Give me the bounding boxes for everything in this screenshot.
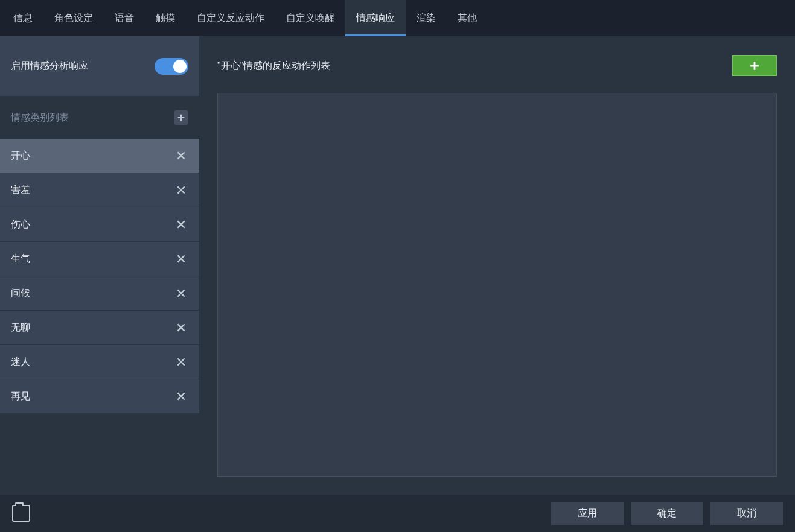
tab-label: 角色设定 bbox=[54, 12, 93, 25]
tab-label: 其他 bbox=[458, 12, 477, 25]
category-item-angry[interactable]: 生气 bbox=[0, 242, 199, 276]
delete-category-button[interactable] bbox=[174, 389, 188, 404]
reaction-list-title: "开心"情感的反应动作列表 bbox=[217, 60, 330, 72]
close-icon bbox=[176, 391, 187, 402]
close-icon bbox=[176, 322, 187, 333]
category-list-header-label: 情感类别列表 bbox=[11, 112, 69, 124]
category-item-happy[interactable]: 开心 bbox=[0, 139, 199, 173]
main-header: "开心"情感的反应动作列表 bbox=[217, 51, 777, 81]
close-icon bbox=[176, 219, 187, 230]
tab-touch[interactable]: 触摸 bbox=[145, 0, 186, 36]
category-item-label: 伤心 bbox=[11, 218, 30, 231]
tab-custom-reaction[interactable]: 自定义反应动作 bbox=[186, 0, 275, 36]
category-item-charming[interactable]: 迷人 bbox=[0, 345, 199, 379]
close-icon bbox=[176, 356, 187, 367]
close-icon bbox=[176, 185, 187, 195]
toggle-knob bbox=[173, 60, 187, 73]
category-item-greeting[interactable]: 问候 bbox=[0, 276, 199, 311]
ok-button-label: 确定 bbox=[657, 507, 677, 520]
close-icon bbox=[176, 288, 187, 299]
cancel-button-label: 取消 bbox=[737, 507, 756, 520]
category-item-shy[interactable]: 害羞 bbox=[0, 173, 199, 207]
sidebar: 启用情感分析响应 情感类别列表 开心 害羞 bbox=[0, 36, 199, 495]
tab-label: 自定义反应动作 bbox=[197, 12, 264, 25]
category-item-label: 再见 bbox=[11, 390, 30, 403]
enable-emotion-row: 启用情感分析响应 bbox=[0, 36, 199, 97]
tab-info[interactable]: 信息 bbox=[2, 0, 43, 36]
category-item-goodbye[interactable]: 再见 bbox=[0, 379, 199, 414]
category-list: 开心 害羞 伤心 生气 bbox=[0, 139, 199, 414]
tab-label: 语音 bbox=[115, 12, 134, 25]
open-folder-button[interactable] bbox=[12, 505, 30, 522]
plus-icon bbox=[749, 60, 760, 71]
tab-render[interactable]: 渲染 bbox=[406, 0, 447, 36]
category-item-bored[interactable]: 无聊 bbox=[0, 311, 199, 345]
close-icon bbox=[176, 150, 187, 161]
main-panel: "开心"情感的反应动作列表 bbox=[199, 36, 795, 495]
category-item-label: 开心 bbox=[11, 150, 30, 162]
delete-category-button[interactable] bbox=[174, 183, 188, 197]
ok-button[interactable]: 确定 bbox=[631, 502, 703, 525]
delete-category-button[interactable] bbox=[174, 217, 188, 232]
tab-label: 情感响应 bbox=[356, 12, 395, 25]
delete-category-button[interactable] bbox=[174, 355, 188, 369]
tab-label: 信息 bbox=[13, 12, 33, 25]
add-category-button[interactable] bbox=[174, 110, 188, 125]
tab-voice[interactable]: 语音 bbox=[104, 0, 145, 36]
category-item-label: 无聊 bbox=[11, 321, 30, 334]
delete-category-button[interactable] bbox=[174, 286, 188, 300]
tab-role[interactable]: 角色设定 bbox=[43, 0, 104, 36]
plus-icon bbox=[177, 113, 185, 122]
category-item-label: 生气 bbox=[11, 253, 30, 265]
category-list-header: 情感类别列表 bbox=[0, 97, 199, 139]
add-reaction-button[interactable] bbox=[732, 55, 777, 76]
apply-button-label: 应用 bbox=[578, 507, 597, 520]
tab-label: 渲染 bbox=[417, 12, 436, 25]
category-item-label: 害羞 bbox=[11, 184, 30, 197]
tab-label: 自定义唤醒 bbox=[286, 12, 334, 25]
enable-emotion-label: 启用情感分析响应 bbox=[11, 60, 88, 72]
reaction-list-box bbox=[217, 93, 777, 477]
tab-bar: 信息 角色设定 语音 触摸 自定义反应动作 自定义唤醒 情感响应 渲染 其他 bbox=[0, 0, 795, 36]
tab-emotion[interactable]: 情感响应 bbox=[345, 0, 406, 36]
close-icon bbox=[176, 253, 187, 264]
delete-category-button[interactable] bbox=[174, 320, 188, 335]
delete-category-button[interactable] bbox=[174, 148, 188, 163]
category-item-label: 迷人 bbox=[11, 356, 30, 369]
delete-category-button[interactable] bbox=[174, 252, 188, 266]
apply-button[interactable]: 应用 bbox=[551, 502, 624, 525]
footer: 应用 确定 取消 bbox=[0, 495, 795, 532]
tab-custom-wake[interactable]: 自定义唤醒 bbox=[275, 0, 345, 36]
tab-label: 触摸 bbox=[156, 12, 175, 25]
enable-emotion-toggle[interactable] bbox=[155, 58, 188, 75]
cancel-button[interactable]: 取消 bbox=[710, 502, 783, 525]
tab-other[interactable]: 其他 bbox=[447, 0, 488, 36]
category-item-label: 问候 bbox=[11, 287, 30, 300]
category-item-sad[interactable]: 伤心 bbox=[0, 207, 199, 242]
